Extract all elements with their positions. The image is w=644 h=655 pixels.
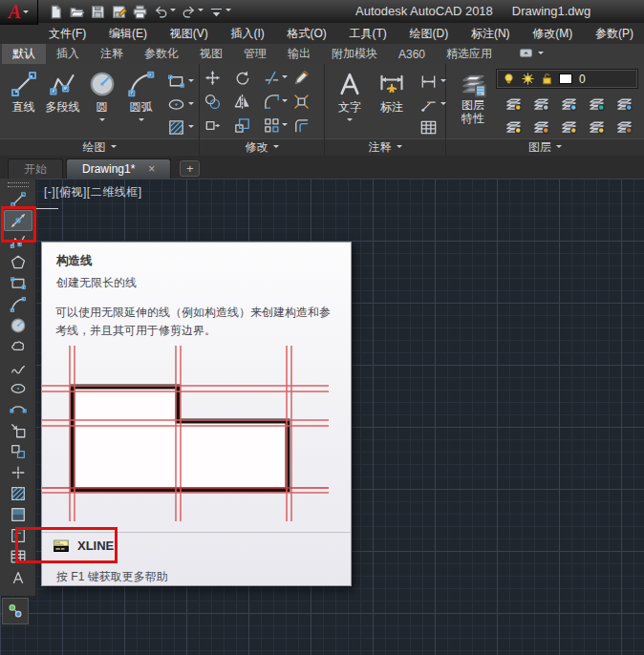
toolbar-gradient-button[interactable]	[4, 504, 32, 525]
button-label: 圆	[97, 99, 108, 116]
layer-match-button[interactable]	[611, 115, 638, 137]
menu-item[interactable]: 插入(I)	[227, 24, 267, 44]
menu-item[interactable]: 视图(V)	[167, 24, 211, 44]
ribbon-button-circle[interactable]: 圆	[82, 66, 121, 125]
ribbon-button-hatch[interactable]	[167, 118, 194, 137]
toolbar-point-button[interactable]	[4, 462, 32, 483]
toolbar-arc-button[interactable]	[4, 294, 32, 315]
layer-combobox[interactable]: 0	[496, 69, 638, 89]
layer-off-button[interactable]	[500, 92, 527, 115]
file-tab[interactable]: Drawing1*×	[66, 158, 171, 179]
layer-thaw-button[interactable]	[555, 115, 583, 137]
ribbon-tab[interactable]: 输出	[277, 44, 321, 64]
toolbar-revision-cloud-button[interactable]	[4, 336, 32, 357]
menu-item[interactable]: 工具(T)	[347, 24, 390, 44]
undo-button[interactable]	[153, 4, 176, 20]
toolbar-point-style-button[interactable]	[4, 600, 27, 623]
ribbon-button-offset[interactable]	[292, 116, 322, 135]
toolbar-hatch-button[interactable]	[4, 483, 32, 504]
menu-item[interactable]: 编辑(E)	[106, 24, 150, 44]
ribbon-tab[interactable]: A360	[388, 44, 436, 64]
ribbon-button-ellipse[interactable]	[167, 95, 194, 114]
ribbon-button-array[interactable]	[263, 116, 292, 135]
customize-button[interactable]	[208, 4, 231, 20]
ribbon-button-rectangle[interactable]	[167, 73, 194, 91]
ribbon-tab[interactable]: 默认	[2, 44, 46, 64]
layer-freeze-button[interactable]	[555, 92, 583, 115]
toolbar-ellipse-button[interactable]	[4, 378, 32, 399]
unlock-icon[interactable]	[540, 72, 554, 86]
ribbon-tab[interactable]: 注释	[90, 44, 134, 64]
ribbon-button-move[interactable]	[204, 69, 233, 87]
ribbon-button-dim-linear[interactable]	[419, 73, 446, 91]
layer-unlock-button[interactable]	[583, 115, 611, 137]
multiline-text-icon	[10, 569, 27, 586]
menu-item[interactable]: 修改(M)	[529, 24, 575, 44]
toolbar-spline-button[interactable]	[4, 357, 32, 378]
ribbon-tab[interactable]: 附加模块	[321, 44, 388, 64]
save-as-button[interactable]	[111, 4, 127, 20]
ribbon-tab[interactable]: 参数化	[134, 44, 189, 64]
ribbon-button-mirror[interactable]	[233, 93, 263, 111]
ribbon-button-polyline[interactable]: 多段线	[43, 66, 82, 125]
menu-item[interactable]: 文件(F)	[46, 24, 89, 44]
save-button[interactable]	[90, 4, 106, 20]
menu-item[interactable]: 参数(P)	[592, 24, 636, 44]
new-file-button[interactable]	[48, 4, 64, 20]
layer-lock-button[interactable]	[583, 92, 611, 115]
ribbon-tab[interactable]: 插入	[46, 44, 90, 64]
application-menu-button[interactable]: A	[0, 0, 38, 25]
ribbon-button-stretch[interactable]	[204, 116, 233, 135]
ribbon-tab[interactable]: 视图	[189, 44, 233, 64]
ribbon-button-rotate[interactable]	[233, 69, 263, 87]
toolbar-create-block-button[interactable]	[4, 441, 32, 462]
viewport-controls-label[interactable]: [-][俯视][二维线框]	[44, 184, 142, 201]
ribbon-button-explode[interactable]	[292, 93, 322, 111]
sun-icon[interactable]	[521, 72, 535, 86]
ribbon-button-dimension[interactable]: 标注	[371, 66, 413, 125]
ribbon-button-arc[interactable]: 圆弧	[121, 66, 161, 125]
layer-make-current-button[interactable]	[611, 92, 638, 115]
menu-item[interactable]: 标注(N)	[468, 24, 513, 44]
toolbar-insert-block-button[interactable]	[4, 420, 32, 441]
panel-label-annotation[interactable]: 注释	[325, 138, 445, 156]
toolbar-circle-button[interactable]	[4, 315, 32, 336]
panel-label-layers[interactable]: 图层	[446, 138, 644, 156]
close-icon[interactable]: ×	[148, 162, 155, 176]
panel-label-modify[interactable]: 修改	[200, 138, 324, 156]
layer-on-button[interactable]	[500, 115, 527, 137]
layer-color-swatch[interactable]	[559, 74, 572, 84]
panel-label-draw[interactable]: 绘图	[0, 138, 199, 156]
toolbar-grip[interactable]	[8, 182, 29, 187]
toolbar-polygon-button[interactable]	[4, 252, 32, 273]
plot-button[interactable]	[132, 4, 148, 20]
ribbon-panel-draw: 直线多段线圆圆弧 绘图	[0, 64, 200, 156]
open-file-button[interactable]	[69, 4, 85, 20]
layer-unisolate-button[interactable]	[527, 115, 555, 137]
menu-item[interactable]: 绘图(D)	[407, 24, 452, 44]
ribbon-button-trim[interactable]	[263, 69, 292, 87]
file-tab[interactable]: 开始	[8, 158, 63, 179]
redo-button[interactable]	[181, 4, 204, 20]
toolbar-rectangle-button[interactable]	[4, 273, 32, 294]
ribbon-button-leader[interactable]	[419, 95, 446, 114]
bulb-icon[interactable]	[502, 72, 516, 86]
toolbar-ellipse-arc-button[interactable]	[4, 399, 32, 420]
hatch-icon	[10, 485, 27, 502]
ribbon-button-copy[interactable]	[204, 93, 233, 111]
ribbon-button-text[interactable]: 文字	[329, 66, 371, 125]
ribbon-tab[interactable]: 管理	[233, 44, 277, 64]
ribbon-button-fillet[interactable]	[263, 93, 292, 111]
menu-item[interactable]: 格式(O)	[284, 24, 329, 44]
new-tab-button[interactable]: +	[180, 160, 200, 177]
array-icon	[263, 116, 281, 135]
ribbon-button-scale[interactable]	[233, 116, 263, 135]
ribbon-button-table[interactable]	[419, 118, 446, 137]
ribbon-tab[interactable]: 精选应用	[436, 44, 503, 64]
ribbon-minimize-button[interactable]	[518, 44, 544, 64]
toolbar-multiline-text-button[interactable]	[4, 567, 32, 588]
layer-isolate-button[interactable]	[527, 92, 555, 115]
ribbon-button-line[interactable]: 直线	[4, 66, 43, 125]
layer-properties-button[interactable]: 图层 特性	[450, 66, 496, 126]
ribbon-button-erase[interactable]	[292, 69, 322, 87]
